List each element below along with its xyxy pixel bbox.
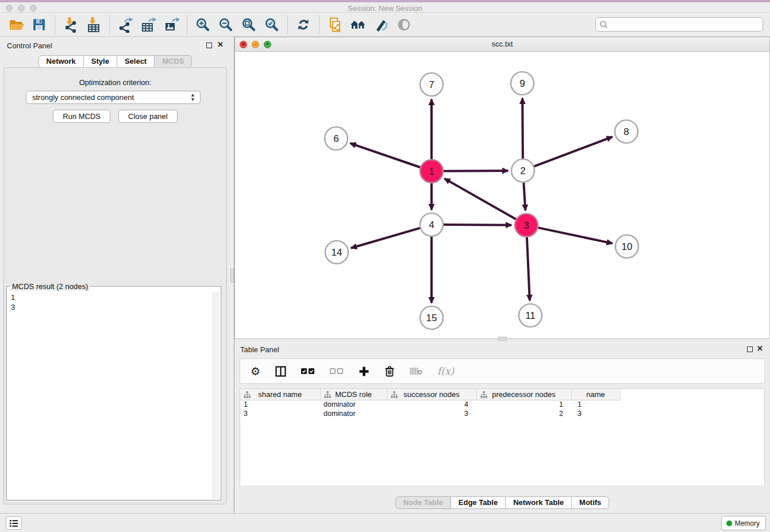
close-panel-button[interactable]: Close panel: [118, 110, 178, 123]
graph-node-15[interactable]: 15: [420, 306, 443, 329]
graph-node-9[interactable]: 9: [511, 72, 534, 95]
tab-motifs[interactable]: Motifs: [571, 496, 609, 509]
network-canvas[interactable]: 7968124314101511: [235, 52, 769, 338]
zoom-selected-icon[interactable]: [263, 16, 280, 33]
graph-node-3[interactable]: 3: [515, 214, 538, 237]
network-view-window: ✕ − + scc.txt 7968124314101511: [234, 37, 770, 339]
float-panel-icon[interactable]: [747, 346, 753, 352]
add-column-icon[interactable]: [359, 364, 369, 378]
svg-text:9: 9: [519, 78, 525, 89]
graph-node-4[interactable]: 4: [420, 213, 443, 236]
open-from-ndex-icon[interactable]: [349, 16, 367, 33]
float-panel-icon[interactable]: [206, 43, 212, 48]
graph-edge-3-10[interactable]: [538, 228, 613, 243]
save-session-icon[interactable]: [30, 16, 48, 33]
zoom-fit-icon[interactable]: [240, 16, 257, 33]
splitter-handle[interactable]: [230, 269, 234, 283]
panel-splitter[interactable]: [230, 37, 234, 513]
open-session-icon[interactable]: [7, 16, 25, 33]
memory-button[interactable]: Memory: [721, 516, 766, 530]
task-history-button[interactable]: [6, 516, 22, 530]
network-title: scc.txt: [235, 40, 769, 48]
delete-column-trash-icon[interactable]: [384, 364, 395, 378]
column-header-predecessor-nodes[interactable]: predecessor nodes: [476, 389, 571, 400]
tab-node-table[interactable]: Node Table: [395, 496, 451, 509]
svg-text:2: 2: [520, 165, 525, 176]
deselect-all-icon[interactable]: [330, 364, 344, 378]
graph-edge-1-2[interactable]: [443, 171, 508, 171]
settings-gear-icon[interactable]: ⚙: [251, 364, 260, 378]
toolbar-separator: [55, 16, 55, 34]
close-panel-icon[interactable]: ✕: [757, 345, 763, 353]
table-row[interactable]: 3dominator323: [240, 409, 764, 418]
graph-edge-3-11[interactable]: [527, 237, 530, 300]
svg-text:14: 14: [332, 247, 342, 258]
tab-network[interactable]: Network: [38, 55, 84, 68]
graph-edge-2-9[interactable]: [522, 98, 523, 159]
toggle-view-eye-icon[interactable]: [395, 16, 413, 33]
table-cell[interactable]: 2: [476, 409, 571, 418]
graph-node-8[interactable]: 8: [615, 120, 638, 143]
criterion-select[interactable]: strongly connected component ▲▼: [26, 91, 201, 104]
mcds-tab-content: Optimization criterion: strongly connect…: [3, 67, 227, 504]
graph-node-10[interactable]: 10: [615, 235, 638, 258]
search-input[interactable]: [609, 19, 763, 30]
export-network-icon[interactable]: [117, 16, 134, 33]
tab-style[interactable]: Style: [83, 55, 117, 68]
column-header-mcds-role[interactable]: MCDS role: [320, 389, 387, 400]
graph-edge-3-1[interactable]: [445, 179, 517, 219]
graph-edge-1-6[interactable]: [351, 143, 421, 167]
graph-edge-4-14[interactable]: [351, 228, 421, 248]
table-cell[interactable]: 1: [240, 400, 320, 409]
graph-node-2[interactable]: 2: [511, 159, 534, 182]
column-header-name[interactable]: name: [571, 389, 620, 400]
column-header-successor-nodes[interactable]: successor nodes: [387, 389, 476, 400]
main-toolbar: [0, 13, 770, 37]
memory-status-icon: [726, 521, 732, 526]
tab-edge-table[interactable]: Edge Table: [451, 496, 506, 509]
graph-node-11[interactable]: 11: [519, 304, 542, 327]
table-cell[interactable]: 1: [571, 400, 620, 409]
table-cell[interactable]: 1: [476, 400, 571, 409]
tab-mcds[interactable]: MCDS: [154, 55, 192, 68]
export-image-icon[interactable]: [163, 16, 180, 33]
status-bar: Memory: [0, 513, 770, 532]
apply-style-icon[interactable]: [372, 16, 390, 33]
tab-network-table[interactable]: Network Table: [505, 496, 572, 509]
graph-edge-2-3[interactable]: [523, 182, 525, 210]
export-table-icon[interactable]: [140, 16, 157, 33]
graph-node-7[interactable]: 7: [420, 73, 443, 96]
graph-node-6[interactable]: 6: [325, 127, 348, 150]
graph-node-14[interactable]: 14: [325, 241, 348, 264]
table-cell[interactable]: 4: [387, 400, 476, 409]
splitter-handle[interactable]: [498, 337, 507, 341]
function-builder-icon: f(x): [437, 364, 454, 378]
clone-network-icon[interactable]: [326, 16, 344, 33]
scrollbar-track[interactable]: [213, 292, 220, 499]
column-header-shared-name[interactable]: shared name: [240, 389, 320, 400]
table-cell[interactable]: 3: [571, 409, 620, 418]
column-layout-icon[interactable]: [275, 364, 286, 378]
mcds-result-text[interactable]: 1 3: [8, 292, 211, 499]
close-panel-icon[interactable]: ✕: [217, 41, 224, 49]
table-cell[interactable]: dominator: [320, 400, 387, 409]
graph-edge-4-3[interactable]: [443, 225, 511, 225]
table-row[interactable]: 1dominator411: [240, 400, 764, 409]
graph-edge-2-8[interactable]: [534, 137, 613, 167]
search-icon: [599, 20, 609, 29]
window-title: Session: New Session: [0, 4, 770, 13]
import-network-icon[interactable]: [62, 16, 79, 33]
table-cell[interactable]: 3: [387, 409, 476, 418]
run-mcds-button[interactable]: Run MCDS: [53, 110, 110, 123]
select-all-icon[interactable]: [301, 364, 315, 378]
network-window-titlebar: ✕ − + scc.txt: [235, 37, 769, 52]
zoom-out-icon[interactable]: [217, 16, 234, 33]
tab-select[interactable]: Select: [117, 55, 155, 68]
table-cell[interactable]: 3: [240, 409, 320, 418]
zoom-in-icon[interactable]: [194, 16, 211, 33]
search-field[interactable]: [595, 17, 763, 32]
refresh-icon[interactable]: [295, 16, 312, 33]
import-table-icon[interactable]: [85, 16, 102, 33]
table-cell[interactable]: dominator: [320, 409, 387, 418]
graph-node-1[interactable]: 1: [420, 160, 443, 183]
